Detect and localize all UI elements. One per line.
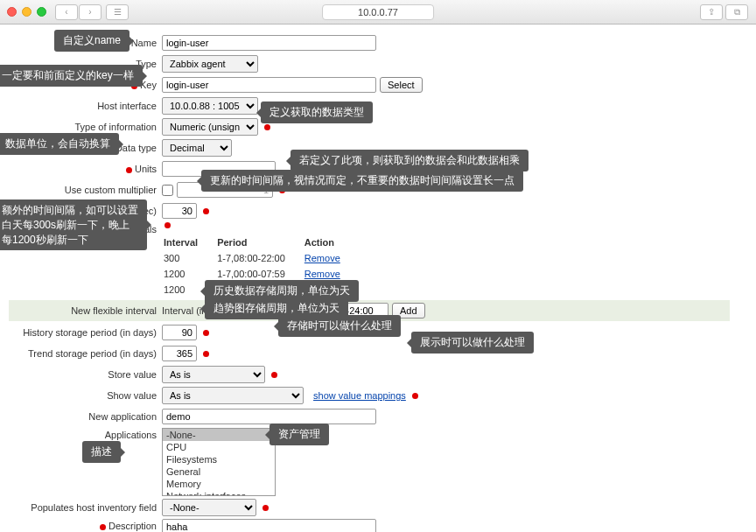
label-description: Description: [108, 521, 157, 531]
col-action: Action: [304, 235, 358, 249]
anno-dot: [271, 372, 277, 378]
callout-units: 数据单位，会自动换算: [0, 133, 119, 155]
name-input[interactable]: [162, 35, 376, 51]
label-history: History storage period (in days): [9, 327, 162, 338]
cell-period: 1-7,00:00-07:59: [217, 267, 303, 281]
address-bar[interactable]: 10.0.0.77: [322, 4, 434, 20]
new-app-input[interactable]: [162, 409, 376, 424]
cell-interval: 1200: [164, 267, 215, 281]
show-value-select[interactable]: As is: [162, 387, 304, 404]
callout-desc: 描述: [82, 441, 121, 463]
forward-button[interactable]: ›: [79, 4, 102, 20]
type-select[interactable]: Zabbix agent: [162, 55, 258, 73]
label-custom-mult: Use custom multiplier: [9, 185, 162, 195]
callout-flexible: 额外的时间间隔，如可以设置白天每300s刷新一下，晚上每1200秒刷新一下: [0, 200, 147, 250]
callout-update: 更新的时间间隔，视情况而定，不重要的数据时间间隔设置长一点: [201, 170, 523, 192]
callout-typeinfo: 定义获取的数据类型: [261, 102, 373, 123]
sidebar-button[interactable]: ☰: [106, 4, 129, 20]
label-new-flex: New flexible interval: [9, 305, 162, 316]
label-show-value: Show value: [9, 390, 162, 401]
col-period: Period: [217, 235, 303, 249]
table-row: 3001-7,08:00-22:00Remove: [164, 251, 358, 265]
label-trend: Trend storage period (in days): [9, 348, 162, 359]
data-type-select[interactable]: Decimal: [162, 139, 232, 157]
applications-listbox[interactable]: -None-CPUFilesystemsGeneralMemoryNetwork…: [162, 428, 276, 496]
anno-dot: [164, 222, 171, 228]
label-apps: Applications: [9, 428, 162, 440]
label-type-info: Type of information: [9, 122, 162, 132]
trend-input[interactable]: [162, 346, 197, 361]
close-icon[interactable]: [7, 7, 17, 17]
store-value-select[interactable]: As is: [162, 366, 265, 383]
anno-dot: [262, 505, 269, 511]
anno-dot: [203, 330, 209, 336]
cell-period: 1-7,08:00-22:00: [217, 251, 303, 265]
list-item[interactable]: General: [163, 466, 275, 478]
callout-store: 存储时可以做什么处理: [278, 315, 401, 337]
browser-chrome: ‹ › ☰ 10.0.0.77 ⇪ ⧉: [0, 0, 756, 24]
description-textarea[interactable]: [162, 519, 376, 532]
label-new-app: New application: [9, 411, 162, 422]
list-item[interactable]: Network interfaces: [163, 490, 275, 496]
remove-link[interactable]: Remove: [304, 269, 340, 279]
callout-name: 自定义name: [54, 30, 130, 52]
callout-multiplier: 若定义了此项，则获取到的数据会和此数据相乘: [290, 150, 528, 172]
share-button[interactable]: ⇪: [700, 4, 723, 20]
host-interface-select[interactable]: 10.0.0.88 : 10050: [162, 97, 258, 115]
anno-dot: [412, 393, 418, 399]
list-item[interactable]: Memory: [163, 478, 275, 490]
label-units: Units: [135, 164, 157, 174]
minimize-icon[interactable]: [22, 7, 32, 17]
show-value-mappings-link[interactable]: show value mappings: [313, 390, 406, 401]
callout-inventory: 资产管理: [270, 424, 329, 445]
label-host-interface: Host interface: [9, 101, 162, 111]
callout-show: 展示时可以做什么处理: [411, 332, 534, 354]
table-row: 12001-7,00:00-07:59Remove: [164, 267, 358, 281]
window-controls: [7, 7, 46, 17]
anno-dot: [264, 124, 270, 130]
select-button[interactable]: Select: [380, 77, 423, 93]
populates-select[interactable]: -None-: [162, 499, 256, 516]
col-interval: Interval: [164, 235, 215, 249]
type-info-select[interactable]: Numeric (unsigned): [162, 118, 258, 136]
update-interval-input[interactable]: [162, 203, 197, 219]
anno-dot: [100, 524, 106, 530]
custom-mult-checkbox[interactable]: [162, 185, 173, 196]
history-input[interactable]: [162, 325, 197, 340]
cell-interval: 300: [164, 251, 215, 265]
remove-link[interactable]: Remove: [304, 253, 340, 263]
label-store-value: Store value: [9, 369, 162, 380]
key-input[interactable]: [162, 77, 376, 93]
anno-dot: [203, 351, 209, 357]
callout-key: 一定要和前面定义的key一样: [0, 65, 143, 87]
list-item[interactable]: Filesystems: [163, 453, 275, 466]
maximize-icon[interactable]: [37, 7, 46, 17]
label-populates: Populates host inventory field: [9, 502, 162, 513]
label-key: Key: [140, 80, 157, 90]
back-button[interactable]: ‹: [55, 4, 78, 20]
anno-dot: [126, 167, 132, 173]
list-item[interactable]: -None-: [163, 429, 275, 441]
form-content: 自定义name 一定要和前面定义的key一样 定义获取的数据类型 数据单位，会自…: [0, 24, 756, 532]
list-item[interactable]: CPU: [163, 441, 275, 453]
anno-dot: [203, 208, 209, 214]
tabs-button[interactable]: ⧉: [725, 4, 748, 20]
